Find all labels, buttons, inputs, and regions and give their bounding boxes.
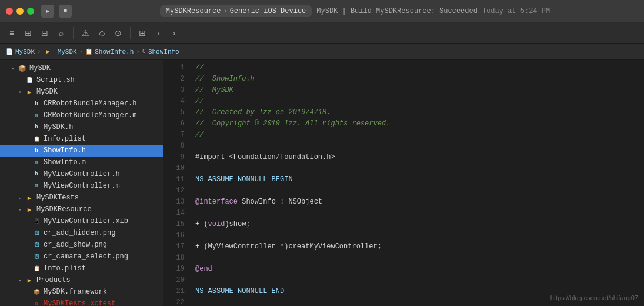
toolbar-separator-2 (130, 27, 131, 39)
xctest-icon: ⚙ (32, 299, 41, 306)
sidebar-item-info-plist2[interactable]: 📋 Info.plist (0, 262, 163, 274)
h-file-icon-showinfo: h (32, 146, 41, 155)
grid-view-button[interactable]: ⊞ (21, 26, 35, 40)
sidebar-label-myvc-xib: MyViewController.xib (44, 217, 128, 225)
line-num-16: 16 (163, 230, 185, 241)
breadcrumb-class-icon: C (142, 48, 146, 55)
sidebar-item-mysdktests-xc[interactable]: ⚙ MySDKTests.xctest (0, 298, 163, 306)
build-time: Today at 5:24 PM (482, 7, 550, 15)
code-line-13: @interface ShowInfo : NSObject (195, 197, 638, 208)
back-button[interactable]: ‹ (152, 26, 166, 40)
sidebar-item-myvc-xib[interactable]: 📱 MyViewController.xib (0, 215, 163, 227)
m-file-icon-myvc: m (32, 181, 41, 191)
sidebar-item-cr-add-hidden[interactable]: 🖼 cr_add_hidden.png (0, 227, 163, 239)
line-num-3: 3 (163, 85, 185, 96)
traffic-lights (6, 8, 34, 15)
sidebar-label-mysdkroot: MySDK (29, 64, 51, 72)
sidebar-item-crrobot-h[interactable]: h CRRobotBundleManager.h (0, 98, 163, 109)
tree-arrow-mysdktests (16, 194, 24, 201)
sidebar-label-crrobot-h: CRRobotBundleManager.h (44, 99, 136, 108)
main-area: 📦 MySDK 📄 Script.sh ▶ MySDK h CRRobotBun… (0, 60, 644, 306)
titlebar-center: MySDKResource › Generic iOS Device MySDK… (72, 5, 638, 17)
warning-button[interactable]: ⚠ (78, 26, 92, 40)
close-button[interactable] (6, 8, 13, 15)
h-file-icon-2: h (32, 122, 41, 132)
breadcrumb-folder-icon: ▶ (44, 47, 53, 56)
code-line-5: // Created by lzz on 2019/4/18. (195, 107, 638, 118)
breadcrumb-sep-1: › (37, 48, 41, 55)
png-icon-3: 🖼 (32, 252, 41, 261)
run-button[interactable]: ▶ (41, 5, 54, 18)
line-num-5: 5 (163, 107, 185, 118)
breadcrumb-item-4[interactable]: ShowInfo (148, 48, 179, 55)
breadcrumb-file-icon: 📋 (85, 48, 92, 55)
sidebar-label-mysdkfolder: MySDK (36, 88, 58, 96)
stop-button[interactable]: ■ (59, 5, 72, 18)
sidebar-item-myvc-m[interactable]: m MyViewController.m (0, 180, 163, 192)
breadcrumb-item-2[interactable]: MySDK (58, 48, 77, 55)
sidebar-label-crrobot-m: CRRobotBundleManager.m (44, 111, 136, 119)
sidebar-item-showinfo-h[interactable]: h ShowInfo.h (0, 145, 163, 157)
sidebar-label-myvc-m: MyViewController.m (44, 182, 120, 190)
sidebar-item-showinfo-m[interactable]: m ShowInfo.m (0, 157, 163, 168)
sidebar-label-showinfo-h: ShowInfo.h (44, 147, 86, 155)
line-num-9: 9 (163, 152, 185, 163)
line-num-20: 20 (163, 275, 185, 286)
layout-button[interactable]: ⊟ (38, 26, 52, 40)
bookmark-button[interactable]: ◇ (95, 26, 109, 40)
code-line-20 (195, 275, 638, 286)
scheme-selector[interactable]: MySDKResource › Generic iOS Device (160, 5, 312, 17)
search-button[interactable]: ⌕ (54, 26, 68, 40)
maximize-button[interactable] (27, 8, 34, 15)
sidebar-item-mysdk-h[interactable]: h MySDK.h (0, 121, 163, 133)
sidebar-item-mysdk-fw[interactable]: 📦 MySDK.framework (0, 286, 163, 298)
h-file-icon-myvc: h (32, 169, 41, 179)
code-content[interactable]: // // ShowInfo.h // MySDK // // Created … (189, 62, 644, 306)
breadcrumb-item-3[interactable]: ShowInfo.h (95, 48, 134, 55)
code-area: 1 2 3 4 5 6 7 8 9 10 11 12 13 14 15 16 1… (163, 60, 644, 306)
toolbar: ≡ ⊞ ⊟ ⌕ ⚠ ◇ ⊙ ⊞ ‹ › (0, 22, 644, 44)
code-line-16 (195, 230, 638, 241)
breadcrumb-item-1[interactable]: MySDK (15, 48, 35, 55)
sidebar-label-mysdkresource: MySDKResource (36, 205, 92, 214)
toolbar-separator-1 (73, 27, 74, 39)
tree-arrow-products (16, 277, 24, 284)
sidebar-item-info-plist[interactable]: 📋 Info.plist (0, 133, 163, 145)
sidebar-label-info-plist2: Info.plist (44, 264, 86, 272)
sidebar-item-crrobot-m[interactable]: m CRRobotBundleManager.m (0, 109, 163, 121)
sidebar-label-script: Script.sh (36, 76, 75, 84)
split-view-button[interactable]: ⊞ (135, 26, 149, 40)
chevron-right-icon: › (223, 7, 227, 15)
titlebar-left: ▶ ■ (41, 5, 72, 18)
line-num-2: 2 (163, 74, 185, 85)
sidebar-item-mysdkfolder[interactable]: ▶ MySDK (0, 86, 163, 98)
sidebar-item-mysdkroot[interactable]: 📦 MySDK (0, 62, 163, 74)
plist-icon-2: 📋 (32, 264, 41, 273)
code-line-4: // (195, 96, 638, 107)
code-line-10 (195, 163, 638, 174)
sidebar-item-myvc-h[interactable]: h MyViewController.h (0, 168, 163, 180)
line-num-4: 4 (163, 96, 185, 107)
forward-button[interactable]: › (167, 26, 181, 40)
find-button[interactable]: ⊙ (111, 26, 125, 40)
sidebar-item-cr-camara[interactable]: 🖼 cr_camara_select.png (0, 251, 163, 262)
breadcrumb-sep-2: › (79, 48, 84, 55)
line-num-10: 10 (163, 163, 185, 174)
line-num-21: 21 (163, 286, 185, 297)
tree-arrow-mysdkroot (9, 65, 16, 72)
sidebar-item-mysdkresource[interactable]: ▶ MySDKResource (0, 204, 163, 215)
xib-file-icon: 📱 (32, 217, 41, 226)
sidebar-item-script[interactable]: 📄 Script.sh (0, 74, 163, 86)
sidebar-item-products[interactable]: ▶ Products (0, 274, 163, 286)
sh-file-icon: 📄 (25, 75, 34, 85)
sidebar-toggle-button[interactable]: ≡ (5, 26, 19, 40)
png-icon-1: 🖼 (32, 228, 41, 238)
code-line-14 (195, 208, 638, 219)
line-num-6: 6 (163, 118, 185, 129)
code-line-1: // (195, 62, 638, 74)
sidebar-item-mysdktests[interactable]: ▶ MySDKTests (0, 192, 163, 204)
minimize-button[interactable] (16, 8, 24, 15)
sidebar-item-cr-add-show[interactable]: 🖼 cr_add_show.png (0, 239, 163, 251)
sidebar-label-mysdktests-xc: MySDKTests.xctest (44, 300, 115, 306)
m-file-icon-showinfo: m (32, 158, 41, 167)
